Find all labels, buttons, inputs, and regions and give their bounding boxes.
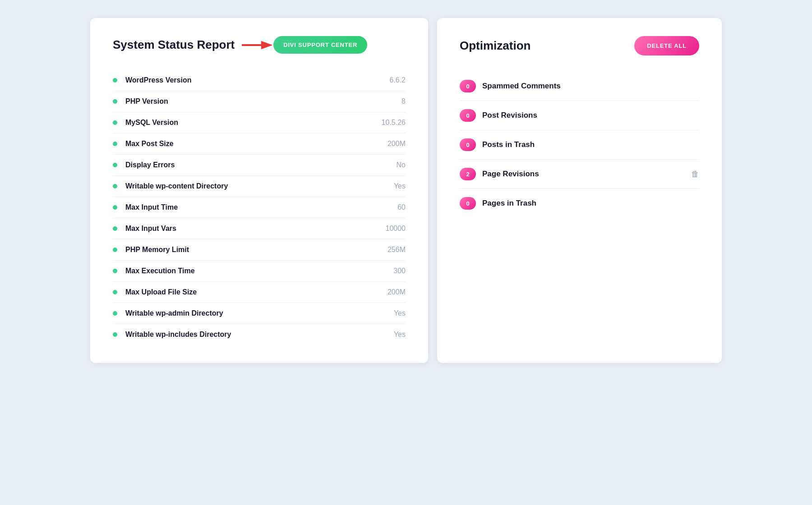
row-label: PHP Memory Limit (125, 246, 388, 254)
system-row: PHP Version 8 (113, 91, 406, 112)
system-row: Writable wp-includes Directory Yes (113, 324, 406, 345)
status-dot (113, 226, 117, 231)
count-badge: 2 (460, 168, 476, 180)
status-dot (113, 205, 117, 210)
optimization-row: 2 Page Revisions 🗑 (460, 160, 699, 189)
optimization-title: Optimization (460, 39, 531, 53)
row-value: No (397, 161, 406, 169)
row-value: 200M (388, 140, 406, 148)
status-dot (113, 269, 117, 273)
count-badge: 0 (460, 197, 476, 210)
system-row: Max Input Time 60 (113, 197, 406, 218)
system-row: MySQL Version 10.5.26 (113, 112, 406, 133)
system-row: PHP Memory Limit 256M (113, 239, 406, 261)
system-row: Max Post Size 200M (113, 133, 406, 155)
count-badge: 0 (460, 109, 476, 122)
row-label: Max Post Size (125, 140, 388, 148)
system-row: Writable wp-content Directory Yes (113, 176, 406, 197)
arrow-wrapper: DIVI SUPPORT CENTER (242, 36, 367, 54)
optimization-row: 0 Posts in Trash (460, 130, 699, 160)
row-label: Display Errors (125, 161, 397, 169)
status-dot (113, 184, 117, 188)
row-label: Max Execution Time (125, 267, 393, 275)
status-dot (113, 120, 117, 125)
opt-item-label: Pages in Trash (482, 199, 699, 208)
optimization-rows: 0 Spammed Comments 0 Post Revisions 0 Po… (460, 72, 699, 218)
optimization-row: 0 Spammed Comments (460, 72, 699, 101)
row-value: 8 (401, 97, 406, 106)
system-row: Max Input Vars 10000 (113, 218, 406, 239)
row-value: 256M (388, 246, 406, 254)
main-container: System Status Report DIVI SUPPORT CENTER… (90, 18, 722, 363)
trash-icon[interactable]: 🗑 (691, 170, 699, 179)
status-dot (113, 78, 117, 83)
row-value: Yes (394, 309, 406, 317)
status-dot (113, 163, 117, 167)
row-label: Writable wp-content Directory (125, 182, 394, 190)
row-value: 300 (393, 267, 406, 275)
status-dot (113, 142, 117, 146)
row-value: 60 (397, 203, 406, 211)
status-dot (113, 99, 117, 104)
system-status-title: System Status Report (113, 38, 235, 52)
row-value: 6.6.2 (389, 76, 406, 84)
divi-support-center-button[interactable]: DIVI SUPPORT CENTER (273, 36, 367, 54)
optimization-panel: Optimization DELETE ALL 0 Spammed Commen… (437, 18, 722, 363)
row-label: Max Upload File Size (125, 288, 388, 296)
system-row: Writable wp-admin Directory Yes (113, 303, 406, 324)
row-value: Yes (394, 182, 406, 190)
right-header: Optimization DELETE ALL (460, 36, 699, 55)
row-value: 10.5.26 (382, 119, 406, 127)
count-badge: 0 (460, 80, 476, 92)
left-header: System Status Report DIVI SUPPORT CENTER (113, 36, 406, 54)
status-dot (113, 248, 117, 252)
system-status-panel: System Status Report DIVI SUPPORT CENTER… (90, 18, 428, 363)
system-row: WordPress Version 6.6.2 (113, 70, 406, 91)
row-value: Yes (394, 331, 406, 339)
system-row: Max Execution Time 300 (113, 261, 406, 282)
system-rows: WordPress Version 6.6.2 PHP Version 8 My… (113, 70, 406, 345)
arrow-icon (242, 37, 273, 53)
row-value: 10000 (386, 225, 406, 233)
row-label: PHP Version (125, 97, 401, 106)
delete-all-button[interactable]: DELETE ALL (634, 36, 699, 55)
opt-item-label: Posts in Trash (482, 140, 699, 149)
optimization-row: 0 Pages in Trash (460, 189, 699, 218)
system-row: Display Errors No (113, 155, 406, 176)
row-label: Writable wp-admin Directory (125, 309, 394, 317)
optimization-row: 0 Post Revisions (460, 101, 699, 130)
opt-item-label: Post Revisions (482, 111, 699, 120)
opt-item-label: Page Revisions (482, 170, 685, 179)
status-dot (113, 290, 117, 294)
status-dot (113, 311, 117, 316)
row-label: MySQL Version (125, 119, 382, 127)
row-value: 200M (388, 288, 406, 296)
row-label: Max Input Vars (125, 225, 386, 233)
row-label: Max Input Time (125, 203, 397, 211)
row-label: WordPress Version (125, 76, 389, 84)
count-badge: 0 (460, 138, 476, 151)
svg-marker-1 (261, 41, 273, 49)
opt-item-label: Spammed Comments (482, 82, 699, 91)
system-row: Max Upload File Size 200M (113, 282, 406, 303)
status-dot (113, 332, 117, 337)
row-label: Writable wp-includes Directory (125, 331, 394, 339)
